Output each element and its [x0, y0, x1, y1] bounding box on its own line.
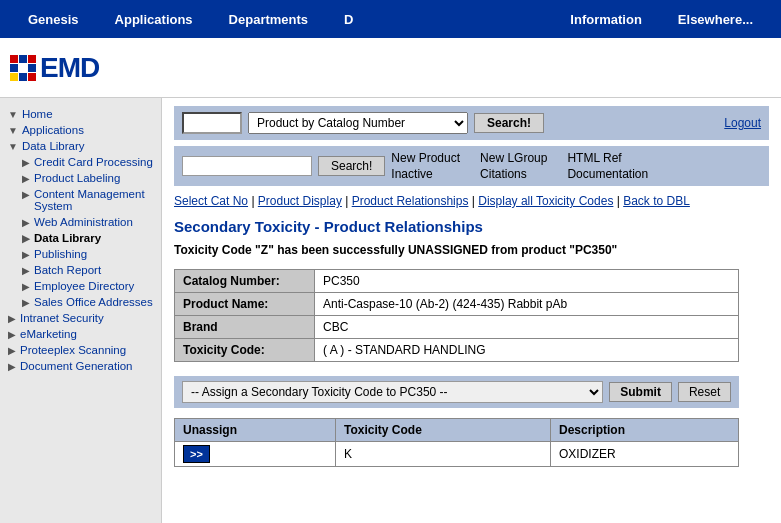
table-row: Product Name: Anti-Caspase-10 (Ab-2) (42… [175, 293, 739, 316]
breadcrumb-product-display[interactable]: Product Display [258, 194, 342, 208]
search-top-bar: Product by Catalog Number Product by Nam… [174, 106, 769, 140]
sidebar-item-proteeplex[interactable]: ▶ Proteeplex Scanning [0, 342, 161, 358]
col-description: Description [550, 419, 738, 442]
arrow-icon: ▶ [8, 345, 16, 356]
sidebar-label: Document Generation [20, 360, 133, 372]
sidebar-item-sales-office[interactable]: ▶ Sales Office Addresses [0, 294, 161, 310]
col-unassign: Unassign [175, 419, 336, 442]
reset-button[interactable]: Reset [678, 382, 731, 402]
sidebar: ▼ Home ▼ Applications ▼ Data Library ▶ C… [0, 98, 162, 523]
nav-departments[interactable]: Departments [211, 12, 326, 27]
search-secondary-button[interactable]: Search! [318, 156, 385, 176]
arrow-icon: ▶ [22, 173, 30, 184]
assign-toxicity-bar: -- Assign a Secondary Toxicity Code to P… [174, 376, 739, 408]
search-links: New Product Inactive New LGroup Citation… [391, 151, 648, 181]
table-row: Toxicity Code: ( A ) - STANDARD HANDLING [175, 339, 739, 362]
sidebar-item-emarketing[interactable]: ▶ eMarketing [0, 326, 161, 342]
nav-genesis[interactable]: Genesis [10, 12, 97, 27]
arrow-icon: ▶ [22, 189, 30, 200]
content-area: Product by Catalog Number Product by Nam… [162, 98, 781, 523]
sidebar-label: Intranet Security [20, 312, 104, 324]
search-secondary-input[interactable] [182, 156, 312, 176]
sidebar-item-web-admin[interactable]: ▶ Web Administration [0, 214, 161, 230]
arrow-icon: ▼ [8, 141, 18, 152]
breadcrumb-product-relationships[interactable]: Product Relationships [352, 194, 469, 208]
logo-squares [10, 55, 36, 81]
html-ref-link[interactable]: HTML Ref [567, 151, 648, 165]
sidebar-item-publishing[interactable]: ▶ Publishing [0, 246, 161, 262]
sidebar-label: Product Labeling [34, 172, 120, 184]
documentation-link[interactable]: Documentation [567, 167, 648, 181]
search-links-col1: New Product Inactive [391, 151, 460, 181]
sidebar-item-home[interactable]: ▼ Home [0, 106, 161, 122]
sidebar-label: eMarketing [20, 328, 77, 340]
breadcrumb-display-toxicity[interactable]: Display all Toxicity Codes [478, 194, 613, 208]
breadcrumb-back-to-dbl[interactable]: Back to DBL [623, 194, 690, 208]
arrow-icon: ▶ [8, 313, 16, 324]
success-message: Toxicity Code "Z" has been successfully … [174, 243, 769, 257]
product-label-name: Product Name: [175, 293, 315, 316]
breadcrumb: Select Cat No | Product Display | Produc… [174, 194, 769, 208]
sidebar-label: Publishing [34, 248, 87, 260]
unassign-button[interactable]: >> [183, 445, 210, 463]
unassign-cell: >> [175, 442, 336, 467]
nav-elsewhere[interactable]: Elsewhere... [660, 12, 771, 27]
search-top-input[interactable] [182, 112, 242, 134]
sidebar-label: Data Library [22, 140, 85, 152]
sidebar-item-employee-directory[interactable]: ▶ Employee Directory [0, 278, 161, 294]
sidebar-item-document-generation[interactable]: ▶ Document Generation [0, 358, 161, 374]
product-label-catalog: Catalog Number: [175, 270, 315, 293]
product-value-toxicity: ( A ) - STANDARD HANDLING [315, 339, 739, 362]
sidebar-label: Employee Directory [34, 280, 134, 292]
inactive-link[interactable]: Inactive [391, 167, 460, 181]
sidebar-item-applications[interactable]: ▼ Applications [0, 122, 161, 138]
sidebar-label: Proteeplex Scanning [20, 344, 126, 356]
search-secondary-bar: Search! New Product Inactive New LGroup … [174, 146, 769, 186]
sidebar-item-credit-card[interactable]: ▶ Credit Card Processing [0, 154, 161, 170]
search-links-col3: HTML Ref Documentation [567, 151, 648, 181]
submit-button[interactable]: Submit [609, 382, 672, 402]
unassign-table: Unassign Toxicity Code Description >> K … [174, 418, 739, 467]
search-top-button[interactable]: Search! [474, 113, 544, 133]
arrow-icon: ▶ [22, 249, 30, 260]
product-label-brand: Brand [175, 316, 315, 339]
top-navigation: Genesis Applications Departments D Infor… [0, 0, 781, 38]
sidebar-label: Web Administration [34, 216, 133, 228]
sidebar-item-batch-report[interactable]: ▶ Batch Report [0, 262, 161, 278]
sidebar-label: Data Library [34, 232, 101, 244]
arrow-icon: ▶ [8, 329, 16, 340]
sidebar-item-cms[interactable]: ▶ Content Management System [0, 186, 161, 214]
sidebar-item-product-labeling[interactable]: ▶ Product Labeling [0, 170, 161, 186]
table-row: Brand CBC [175, 316, 739, 339]
sidebar-item-intranet-security[interactable]: ▶ Intranet Security [0, 310, 161, 326]
arrow-icon: ▶ [22, 157, 30, 168]
sidebar-item-data-library[interactable]: ▶ Data Library [0, 230, 161, 246]
arrow-icon: ▶ [8, 361, 16, 372]
sidebar-label: Sales Office Addresses [34, 296, 153, 308]
breadcrumb-select-cat[interactable]: Select Cat No [174, 194, 248, 208]
page-title: Secondary Toxicity - Product Relationshi… [174, 218, 769, 235]
nav-d[interactable]: D [326, 12, 371, 27]
new-lgroup-link[interactable]: New LGroup [480, 151, 547, 165]
nav-applications[interactable]: Applications [97, 12, 211, 27]
product-value-name: Anti-Caspase-10 (Ab-2) (424-435) Rabbit … [315, 293, 739, 316]
arrow-icon: ▶ [22, 233, 30, 244]
col-toxicity-code: Toxicity Code [336, 419, 551, 442]
toxicity-code-cell: K [336, 442, 551, 467]
main-layout: ▼ Home ▼ Applications ▼ Data Library ▶ C… [0, 98, 781, 523]
sidebar-label: Batch Report [34, 264, 101, 276]
product-value-catalog: PC350 [315, 270, 739, 293]
new-product-link[interactable]: New Product [391, 151, 460, 165]
sidebar-item-data-library-top[interactable]: ▼ Data Library [0, 138, 161, 154]
search-top-select[interactable]: Product by Catalog Number Product by Nam… [248, 112, 468, 134]
table-row: Catalog Number: PC350 [175, 270, 739, 293]
arrow-icon: ▶ [22, 217, 30, 228]
citations-link[interactable]: Citations [480, 167, 547, 181]
product-info-table: Catalog Number: PC350 Product Name: Anti… [174, 269, 739, 362]
arrow-icon: ▼ [8, 109, 18, 120]
assign-toxicity-select[interactable]: -- Assign a Secondary Toxicity Code to P… [182, 381, 603, 403]
nav-information[interactable]: Information [552, 12, 660, 27]
logo-bar: EMD [0, 38, 781, 98]
search-links-col2: New LGroup Citations [480, 151, 547, 181]
logout-link[interactable]: Logout [724, 116, 761, 130]
